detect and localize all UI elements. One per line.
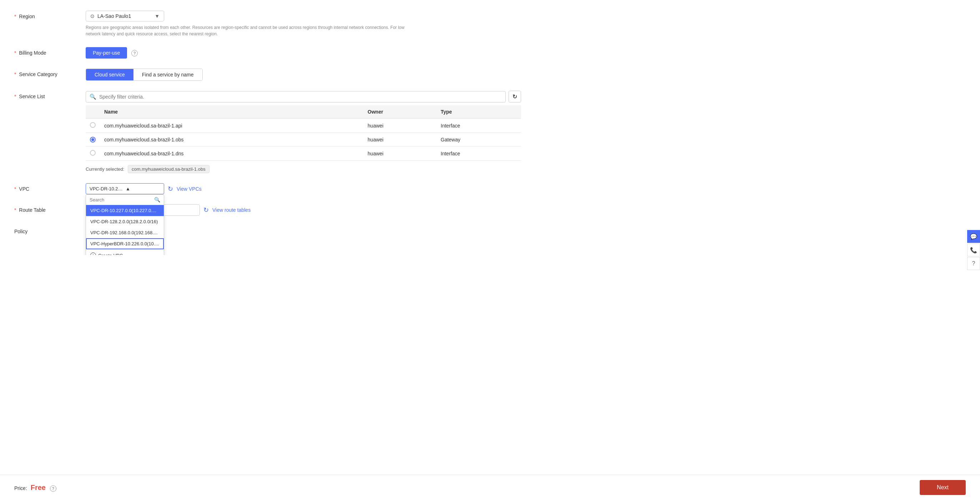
chevron-up-icon: ▲ xyxy=(126,186,160,192)
service-name: com.myhuaweicloud.sa-brazil-1.api xyxy=(100,118,363,133)
service-category-label: * Service Category xyxy=(14,69,86,77)
route-refresh-icon[interactable]: ↻ xyxy=(204,206,209,214)
service-list-label: * Service List xyxy=(14,91,86,99)
pin-icon: ⊙ xyxy=(90,13,95,19)
find-by-name-button[interactable]: Find a service by name xyxy=(134,69,202,80)
col-owner: Owner xyxy=(363,105,436,118)
service-name: com.myhuaweicloud.sa-brazil-1.obs xyxy=(100,133,363,147)
list-item[interactable]: VPC-DR-192.168.0.0(192.168.... xyxy=(86,227,164,238)
col-name: Name xyxy=(100,105,363,118)
region-hint: Regions are geographic areas isolated fr… xyxy=(86,24,407,37)
service-table: Name Owner Type com.myhuaweicloud.sa-bra… xyxy=(86,105,521,161)
service-type: Interface xyxy=(436,147,521,161)
list-item[interactable]: VPC-DR-128.2.0.0(128.2.0.0/16) xyxy=(86,216,164,227)
radio-button[interactable] xyxy=(90,150,95,156)
chevron-down-icon: ▼ xyxy=(154,13,159,19)
radio-button[interactable] xyxy=(90,122,95,128)
table-row[interactable]: com.myhuaweicloud.sa-brazil-1.obs huawei… xyxy=(86,133,521,147)
vpc-options: VPC-DR-10.227.0.0(10.227.0....VPC-DR-128… xyxy=(86,205,164,249)
side-panel: 💬 📞 ? xyxy=(967,230,980,255)
route-table-label: * Route Table xyxy=(14,204,86,213)
service-list-content: 🔍 ↻ Name Owner Type com.myhuaweicloud.sa… xyxy=(86,91,521,173)
vpc-label: * VPC xyxy=(14,183,86,192)
pay-per-use-button[interactable]: Pay-per-use xyxy=(86,47,127,59)
phone-icon[interactable]: 📞 xyxy=(967,244,980,255)
view-route-tables-button[interactable]: View route tables xyxy=(212,207,251,213)
search-icon: 🔍 xyxy=(89,94,96,100)
table-row[interactable]: com.myhuaweicloud.sa-brazil-1.api huawei… xyxy=(86,118,521,133)
service-type: Interface xyxy=(436,118,521,133)
create-vpc-button[interactable]: + Create VPC xyxy=(86,249,164,255)
vpc-dropdown: 🔍 VPC-DR-10.227.0.0(10.227.0....VPC-DR-1… xyxy=(86,194,164,255)
vpc-row: * VPC VPC-DR-10.227.0.0(10.2... ▲ 🔍 VPC-… xyxy=(14,183,521,194)
service-name: com.myhuaweicloud.sa-brazil-1.dns xyxy=(100,147,363,161)
plus-icon: + xyxy=(90,252,96,255)
billing-mode-label: * Billing Mode xyxy=(14,47,86,56)
list-item[interactable]: VPC-HyperBDR-10.226.0.0(10.... xyxy=(86,238,164,249)
chat-icon[interactable]: 💬 xyxy=(967,230,980,243)
service-owner: huawei xyxy=(363,147,436,161)
vpc-content: VPC-DR-10.227.0.0(10.2... ▲ 🔍 VPC-DR-10.… xyxy=(86,183,521,194)
vpc-search-input[interactable] xyxy=(89,197,152,203)
billing-help-icon[interactable]: ? xyxy=(131,50,138,56)
vpc-selected-value: VPC-DR-10.227.0.0(10.2... xyxy=(89,186,124,192)
service-list-row: * Service List 🔍 ↻ Name Owner Type xyxy=(14,91,521,173)
region-label: * Region xyxy=(14,11,86,19)
vpc-search-icon: 🔍 xyxy=(154,197,160,203)
service-search-box: 🔍 xyxy=(86,91,506,102)
service-search-input[interactable] xyxy=(99,94,502,100)
service-category-toggle: Cloud service Find a service by name xyxy=(86,69,203,81)
service-refresh-button[interactable]: ↻ xyxy=(509,91,521,102)
vpc-refresh-icon[interactable]: ↻ xyxy=(168,185,173,193)
view-vpcs-button[interactable]: View VPCs xyxy=(177,186,202,192)
vpc-select-wrapper: VPC-DR-10.227.0.0(10.2... ▲ 🔍 VPC-DR-10.… xyxy=(86,183,164,194)
cloud-service-button[interactable]: Cloud service xyxy=(86,69,134,80)
billing-mode-row: * Billing Mode Pay-per-use ? xyxy=(14,47,521,59)
billing-mode-content: Pay-per-use ? xyxy=(86,47,521,59)
list-item[interactable]: VPC-DR-10.227.0.0(10.227.0.... xyxy=(86,205,164,216)
policy-label: Policy xyxy=(14,226,86,234)
service-category-row: * Service Category Cloud service Find a … xyxy=(14,69,521,81)
vpc-select-row: VPC-DR-10.227.0.0(10.2... ▲ 🔍 VPC-DR-10.… xyxy=(86,183,521,194)
selected-badge: com.myhuaweicloud.sa-brazil-1.obs xyxy=(128,165,210,173)
radio-button[interactable] xyxy=(90,137,95,142)
table-row[interactable]: com.myhuaweicloud.sa-brazil-1.dns huawei… xyxy=(86,147,521,161)
vpc-search-area: 🔍 xyxy=(86,195,164,205)
region-select[interactable]: ⊙ LA-Sao Paulo1 ▼ xyxy=(86,11,164,21)
col-type: Type xyxy=(436,105,521,118)
service-category-content: Cloud service Find a service by name xyxy=(86,69,521,81)
col-select xyxy=(86,105,100,118)
region-content: ⊙ LA-Sao Paulo1 ▼ Regions are geographic… xyxy=(86,11,521,37)
service-owner: huawei xyxy=(363,118,436,133)
region-value: LA-Sao Paulo1 xyxy=(97,13,131,19)
vpc-select-box[interactable]: VPC-DR-10.227.0.0(10.2... ▲ xyxy=(86,183,164,194)
service-owner: huawei xyxy=(363,133,436,147)
currently-selected: Currently selected: com.myhuaweicloud.sa… xyxy=(86,165,521,173)
region-row: * Region ⊙ LA-Sao Paulo1 ▼ Regions are g… xyxy=(14,11,521,37)
service-type: Gateway xyxy=(436,133,521,147)
